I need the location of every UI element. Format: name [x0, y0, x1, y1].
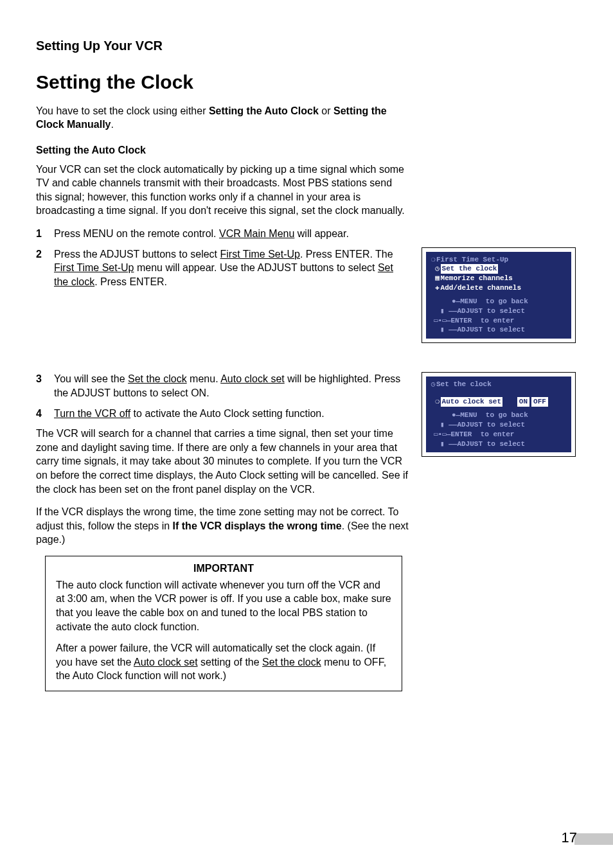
paragraph-wrong-time: If the VCR displays the wrong time, the … — [36, 505, 409, 547]
step-number: 1 — [36, 227, 54, 241]
osd-hint-adjust2: ▮ ——ADJUST to select — [440, 440, 525, 448]
step-text: Press MENU on the remote control. VCR Ma… — [54, 227, 577, 241]
grid-icon: ▦ — [434, 274, 441, 283]
intro-pre: You have to set the clock using either — [36, 105, 209, 116]
osd-hint-adjust: ▮ ——ADJUST to select — [440, 421, 525, 429]
document-page: Setting Up Your VCR Setting the Clock Yo… — [0, 0, 613, 868]
step-number: 2 — [36, 247, 54, 289]
step-list-34: 3 You will see the Set the clock menu. A… — [36, 372, 409, 420]
step-number: 4 — [36, 407, 54, 421]
step-2: 2 Press the ADJUST buttons to select Fir… — [36, 247, 409, 289]
intro-mid: or — [319, 105, 333, 116]
osd-off: OFF — [531, 397, 548, 407]
osd-hint-enter: ▭▪▭—ENTER to enter — [434, 317, 514, 324]
intro-b1: Setting the Auto Clock — [209, 105, 319, 116]
row-step34: 3 You will see the Set the clock menu. A… — [36, 372, 577, 691]
important-title: IMPORTANT — [56, 563, 391, 574]
osd-first-time-setup: ❍First Time Set-Up ◷Set the clock ▦Memor… — [422, 247, 576, 344]
circle-icon: ❍ — [430, 255, 436, 265]
osd-hint-menu: ●—MENU to go back — [452, 411, 528, 419]
plus-icon: ✚ — [434, 283, 441, 293]
step-1: 1 Press MENU on the remote control. VCR … — [36, 227, 577, 241]
intro-post: . — [111, 119, 113, 130]
step-text: You will see the Set the clock menu. Aut… — [54, 372, 409, 400]
step-text: Turn the VCR off to activate the Auto Cl… — [54, 407, 409, 421]
step-list-2: 2 Press the ADJUST buttons to select Fir… — [36, 247, 409, 289]
osd-item-memorize: Memorize channels — [441, 274, 513, 282]
intro-paragraph: You have to set the clock using either S… — [36, 105, 409, 132]
step-4: 4 Turn the VCR off to activate the Auto … — [36, 407, 409, 421]
important-p2: After a power failure, the VCR will auto… — [56, 641, 391, 683]
clock-icon: ◷ — [430, 380, 436, 389]
circle-icon: ❍ — [434, 397, 441, 407]
page-tab-bar — [574, 833, 613, 845]
osd-item-auto-clock: Auto clock set — [441, 397, 502, 407]
osd-on: ON — [517, 397, 529, 407]
osd-hint-enter: ▭▪▭—ENTER to enter — [434, 430, 514, 438]
clock-icon: ◷ — [434, 264, 441, 274]
osd-item-add-delete: Add/delete channels — [441, 284, 521, 292]
important-callout: IMPORTANT The auto clock function will a… — [45, 556, 402, 691]
subheading-auto-clock: Setting the Auto Clock — [36, 145, 577, 156]
osd-hint-menu: ●—MENU to go back — [452, 297, 528, 305]
page-number: 17 — [562, 829, 577, 846]
breadcrumb: Setting Up Your VCR — [36, 39, 577, 53]
osd-item-set-clock: Set the clock — [441, 264, 499, 274]
paragraph-search: The VCR will search for a channel that c… — [36, 427, 409, 496]
step-number: 3 — [36, 372, 54, 400]
step-3: 3 You will see the Set the clock menu. A… — [36, 372, 409, 400]
paragraph-overview: Your VCR can set the clock automatically… — [36, 163, 409, 218]
osd-set-the-clock: ◷Set the clock ❍Auto clock set ONOFF ●—M… — [422, 372, 576, 457]
row-step2: 2 Press the ADJUST buttons to select Fir… — [36, 247, 577, 373]
osd-hint-adjust2: ▮ ——ADJUST to select — [440, 326, 525, 333]
important-p1: The auto clock function will activate wh… — [56, 578, 391, 633]
step-list-1: 1 Press MENU on the remote control. VCR … — [36, 227, 577, 241]
step-text: Press the ADJUST buttons to select First… — [54, 247, 409, 289]
page-title: Setting the Clock — [36, 71, 577, 93]
osd-hint-adjust: ▮ ——ADJUST to select — [440, 307, 525, 315]
